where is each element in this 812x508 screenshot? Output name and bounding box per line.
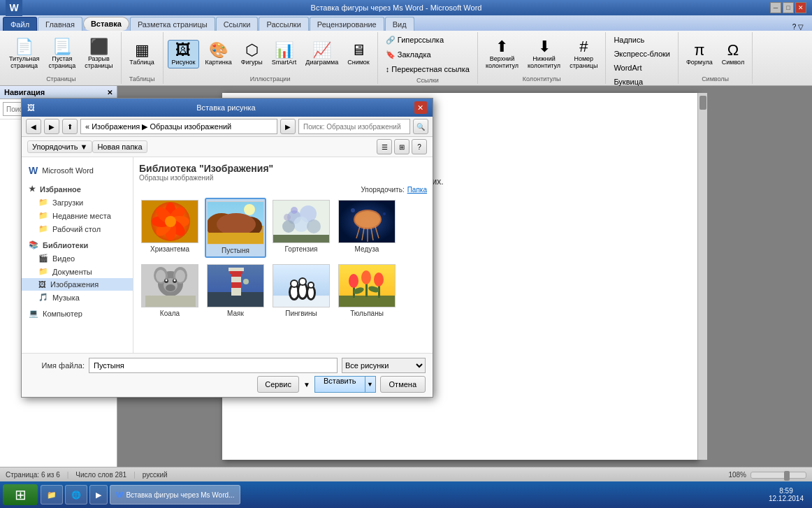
dialog-search-input[interactable] — [298, 119, 410, 134]
tab-pagelayout[interactable]: Разметка страницы — [130, 17, 215, 31]
btn-bookmark[interactable]: 🔖 Закладка — [382, 48, 435, 61]
taskbar-items: 📁 🌐 ▶ W Вставка фигуры через Ms Word... — [41, 485, 763, 505]
btn-hyperlink[interactable]: 🔗 Гиперссылка — [382, 34, 447, 47]
sort-value[interactable]: Папка — [407, 186, 427, 194]
dialog-close-button[interactable]: ✕ — [414, 101, 427, 114]
dialog-viewchange-button[interactable]: ☰ — [377, 139, 392, 154]
sidebar-images[interactable]: 🖼 Изображения — [22, 278, 133, 291]
libraries-icon: 📚 — [29, 240, 38, 249]
dialog-help-button[interactable]: ? — [412, 139, 427, 154]
group-symbols-label: Символы — [702, 75, 729, 82]
btn-chart[interactable]: 📈 Диаграмма — [302, 41, 342, 68]
btn-crossref[interactable]: ↕ Перекрестная ссылка — [382, 63, 473, 75]
nav-close-icon[interactable]: ✕ — [107, 89, 113, 96]
taskbar-word[interactable]: W Вставка фигуры через Ms Word... — [110, 485, 240, 505]
close-button[interactable]: ✕ — [795, 2, 806, 13]
sidebar-downloads[interactable]: 📁 Загрузки — [22, 196, 133, 209]
btn-screenshot[interactable]: 🖥 Снимок — [344, 41, 373, 68]
service-arrow[interactable]: ▼ — [303, 381, 310, 389]
sidebar-recent[interactable]: 📁 Недавние места — [22, 209, 133, 222]
sidebar-video[interactable]: 🎬 Видео — [22, 252, 133, 265]
service-button[interactable]: Сервис — [257, 376, 299, 393]
btn-header[interactable]: ⬆ Верхнийколонтитул — [482, 37, 522, 71]
btn-pagenumber[interactable]: # Номерстраницы — [566, 37, 601, 71]
tab-file[interactable]: Файл — [3, 17, 37, 31]
btn-shapes[interactable]: ⬡ Фигуры — [238, 41, 266, 68]
tab-mailings[interactable]: Рассылки — [259, 17, 308, 31]
maximize-button[interactable]: □ — [783, 2, 794, 13]
image-item-penguins[interactable]: Пингвины — [270, 262, 332, 319]
dialog-forward-button[interactable]: ▶ — [44, 119, 59, 134]
btn-symbol[interactable]: Ω Символ — [718, 41, 748, 68]
dialog-library-subtitle: Образцы изображений — [139, 174, 427, 182]
sidebar-msword[interactable]: W Microsoft Word — [22, 163, 133, 178]
svg-point-78 — [361, 270, 371, 284]
minimize-button[interactable]: ─ — [770, 2, 781, 13]
taskbar-browser[interactable]: 🌐 — [65, 485, 87, 505]
image-label-jellyfish: Медуза — [355, 245, 379, 253]
jellyfish-svg — [339, 200, 395, 243]
right-scrollbar[interactable] — [697, 93, 707, 460]
taskbar-word-icon: W — [116, 491, 123, 499]
btn-clipart[interactable]: 🎨 Картинка — [201, 41, 235, 68]
image-item-desert[interactable]: Пустыня — [205, 198, 266, 258]
image-grid: Хризантема — [139, 198, 427, 319]
tab-home[interactable]: Главная — [38, 17, 82, 31]
dialog-search-button[interactable]: 🔍 — [413, 119, 428, 134]
dialog-title: Вставка рисунка — [196, 103, 255, 112]
tab-review[interactable]: Рецензирование — [310, 17, 384, 31]
group-illustrations: 🖼 Рисунок 🎨 Картинка ⬡ Фигуры 📊 SmartArt… — [164, 32, 378, 84]
sidebar-desktop[interactable]: 📁 Рабочий стол — [22, 222, 133, 235]
dialog-newfolder-button[interactable]: Новая папка — [92, 140, 147, 153]
svg-point-48 — [174, 280, 176, 282]
image-item-lighthouse[interactable]: Маяк — [205, 262, 266, 319]
group-illustrations-label: Иллюстрации — [250, 75, 291, 82]
dialog-back-button[interactable]: ◀ — [26, 119, 41, 134]
insert-dropdown-button[interactable]: ▼ — [365, 376, 376, 393]
dialog-organize-button[interactable]: Упорядочить ▼ — [27, 140, 92, 153]
zoom-slider[interactable] — [751, 472, 806, 479]
start-button[interactable]: ⊞ — [3, 484, 38, 505]
btn-smartart[interactable]: 📊 SmartArt — [268, 41, 300, 68]
taskbar-explorer[interactable]: 📁 — [41, 485, 63, 505]
image-item-chrysanthemum[interactable]: Хризантема — [139, 198, 201, 258]
dialog-footer: Имя файла: Все рисунки Сервис ▼ Вставить… — [22, 353, 433, 397]
sidebar-computer[interactable]: 💻 Компьютер — [22, 307, 133, 320]
filename-input[interactable] — [89, 358, 338, 373]
sidebar-music[interactable]: 🎵 Музыка — [22, 291, 133, 304]
blankpage-icon: 📃 — [52, 39, 71, 55]
dialog-view-btn2[interactable]: ⊞ — [394, 139, 409, 154]
dialog-up-button[interactable]: ⬆ — [62, 119, 78, 134]
ribbon-tabs: Файл Главная Вставка Разметка страницы С… — [0, 15, 812, 31]
filetype-select[interactable]: Все рисунки — [342, 358, 426, 373]
image-item-tulips[interactable]: Тюльпаны — [336, 262, 398, 319]
btn-express[interactable]: Экспресс-блоки — [610, 48, 674, 60]
image-item-jellyfish[interactable]: Медуза — [336, 198, 398, 258]
taskbar-media[interactable]: ▶ — [89, 485, 108, 505]
insert-button[interactable]: Вставить — [314, 376, 365, 393]
image-item-koala[interactable]: Коала — [139, 262, 201, 319]
btn-footer[interactable]: ⬇ Нижнийколонтитул — [524, 37, 564, 71]
header-icon: ⬆ — [495, 39, 508, 55]
btn-wordart[interactable]: WordArt — [610, 61, 645, 74]
dialog-path-input[interactable] — [80, 119, 277, 134]
tab-insert[interactable]: Вставка — [83, 17, 129, 31]
image-item-hydrangea[interactable]: Гортензия — [270, 198, 332, 258]
btn-pagebreak[interactable]: ⬛ Разрывстраницы — [81, 37, 116, 71]
btn-picture[interactable]: 🖼 Рисунок — [168, 40, 200, 68]
taskbar: ⊞ 📁 🌐 ▶ W Вставка фигуры через Ms Word..… — [0, 481, 812, 508]
dialog-go-button[interactable]: ▶ — [280, 119, 296, 134]
sidebar-documents[interactable]: 📁 Документы — [22, 265, 133, 278]
btn-blankpage[interactable]: 📃 Пустаястраница — [45, 37, 79, 71]
btn-titlepage[interactable]: 📄 Титульнаястраница — [6, 37, 43, 71]
media-icon: ▶ — [96, 491, 101, 500]
btn-textbox[interactable]: Надпись — [610, 34, 648, 46]
btn-table[interactable]: ▦ Таблица — [126, 41, 157, 68]
btn-formula[interactable]: π Формула — [683, 41, 716, 68]
image-thumb-chrysanthemum — [141, 200, 198, 243]
dialog-body: W Microsoft Word ★ Избранное 📁 Загрузки … — [22, 157, 433, 353]
cancel-button[interactable]: Отмена — [380, 376, 426, 393]
tab-references[interactable]: Ссылки — [216, 17, 259, 31]
tab-view[interactable]: Вид — [385, 17, 414, 31]
dialog-library-title: Библиотека "Изображения" — [139, 163, 427, 174]
